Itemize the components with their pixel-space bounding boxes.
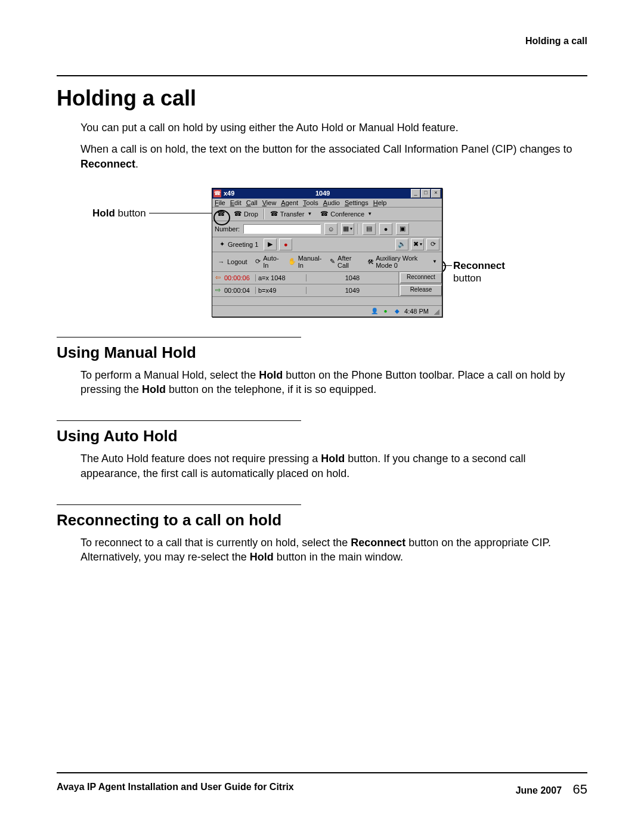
footer-date: June 2007 [516, 785, 562, 795]
ah-b: Hold [321, 453, 345, 465]
history-button[interactable]: ● [379, 223, 392, 235]
transfer-button[interactable]: ☎Transfer▼ [267, 209, 315, 219]
cip2-time: 00:00:04 [223, 287, 255, 294]
vol-button[interactable]: 🔊 [395, 239, 408, 250]
aftercall-icon: ✎ [329, 258, 336, 266]
dialpad-button[interactable]: ▦▾ [341, 223, 354, 235]
auxwork-dd-icon[interactable]: ▼ [431, 259, 437, 264]
logout-icon: → [217, 258, 225, 266]
cip1-number: 1048 [306, 274, 398, 281]
mute-dd-icon[interactable]: ▾ [419, 241, 422, 247]
mh-d: Hold [142, 383, 166, 395]
titlebar: ☎ x49 1049 _ □ × [212, 188, 442, 199]
menu-agent[interactable]: Agent [281, 199, 298, 206]
intro-2c: . [135, 158, 138, 170]
hold-button[interactable]: ☎ [214, 209, 228, 219]
manualin-label: Manual-In [298, 255, 322, 269]
callout-reconnect-rest: button [453, 272, 481, 284]
mh-a: To perform a Manual Hold, select the [80, 369, 259, 381]
conference-icon: ☎ [320, 210, 329, 218]
resize-grip[interactable] [432, 308, 439, 315]
menu-view[interactable]: View [262, 199, 277, 206]
play-button[interactable]: ▶ [264, 239, 277, 250]
rule-manual [57, 337, 301, 337]
intro-2a: When a call is on hold, the text on the … [80, 143, 572, 155]
aftercall-label: After Call [338, 255, 360, 269]
conference-dropdown-icon[interactable]: ▼ [366, 211, 372, 216]
rc-a: To reconnect to a call that is currently… [80, 537, 351, 549]
heading-reconnect: Reconnecting to a call on hold [57, 511, 587, 529]
maximize-button[interactable]: □ [421, 189, 431, 198]
menu-file[interactable]: File [215, 199, 225, 206]
menu-help[interactable]: Help [373, 199, 387, 206]
auxwork-button[interactable]: 🛠Auxiliary Work Mode 0▼ [365, 253, 439, 270]
menu-edit[interactable]: Edit [230, 199, 242, 206]
transfer-dropdown-icon[interactable]: ▼ [306, 211, 312, 216]
para-auto-hold: The Auto Hold feature does not require p… [80, 451, 587, 481]
title-center: 1049 [234, 190, 411, 197]
callout-hold: Hold button [92, 208, 146, 219]
menu-settings[interactable]: Settings [345, 199, 369, 206]
cip2-release-button[interactable]: Release [400, 285, 442, 296]
cip1-hold-icon: ⇦ [212, 274, 223, 281]
logout-button[interactable]: →Logout [215, 256, 250, 267]
logout-label: Logout [227, 258, 247, 265]
close-button[interactable]: × [431, 189, 441, 198]
minimize-button[interactable]: _ [411, 189, 420, 198]
app-icon: ☎ [213, 190, 221, 197]
blank-bar [212, 297, 442, 306]
status-net-icon: ◆ [393, 307, 401, 315]
cip1-reconnect-button[interactable]: Reconnect [400, 272, 442, 283]
number-row: Number: ☺ ▦▾ ▤ ● ▣ [212, 221, 442, 237]
drop-button[interactable]: ☎Drop [231, 209, 261, 219]
dialpad-dd-icon[interactable]: ▾ [349, 226, 352, 231]
rule-auto [57, 420, 301, 421]
mute-button[interactable]: ✖▾ [411, 239, 424, 250]
cip1-time: 00:00:06 [223, 274, 255, 281]
footer-title: Avaya IP Agent Installation and User Gui… [57, 782, 294, 797]
dialpad-icon: ▦ [343, 225, 349, 233]
cip-row-1: ⇦ 00:00:06 a=x 1048 1048 Reconnect [212, 272, 442, 284]
aftercall-button[interactable]: ✎After Call [326, 253, 362, 270]
running-head: Holding a call [57, 36, 587, 47]
refresh-button[interactable]: ⟳ [426, 239, 439, 250]
history-icon: ● [384, 225, 388, 233]
intro-para-1: You can put a call on hold by using eith… [80, 120, 587, 135]
cip1-info: a=x 1048 [255, 274, 306, 281]
app-window: ☎ x49 1049 _ □ × File Edit Call View Age… [212, 188, 442, 317]
manualin-button[interactable]: ✋Manual-In [286, 253, 324, 270]
play-icon: ▶ [268, 240, 273, 248]
greeting-label: Greeting 1 [228, 241, 258, 248]
number-input[interactable] [243, 224, 321, 234]
rule-reconnect [57, 504, 301, 505]
cip2-number: 1049 [306, 287, 398, 294]
directory-button[interactable]: ▤ [363, 223, 376, 235]
para-reconnect: To reconnect to a call that is currently… [80, 535, 587, 565]
callout-reconnect: Reconnect button [453, 259, 505, 285]
callout-hold-rest: button [115, 208, 146, 219]
manualin-icon: ✋ [288, 258, 296, 266]
greeting-select[interactable]: ✦Greeting 1 [215, 239, 261, 250]
conference-button[interactable]: ☎Conference▼ [317, 209, 375, 219]
callout-reconnect-bold: Reconnect [453, 260, 505, 271]
record-button[interactable]: ● [279, 239, 292, 250]
rc-b: Reconnect [351, 537, 405, 549]
menu-audio[interactable]: Audio [323, 199, 340, 206]
agent-toolbar: →Logout ⟳Auto-In ✋Manual-In ✎After Call … [212, 252, 442, 272]
cip2-info: b=x49 [255, 287, 306, 294]
intro-para-2: When a call is on hold, the text on the … [80, 142, 587, 171]
mh-b: Hold [259, 369, 283, 381]
misc-button[interactable]: ▣ [396, 223, 409, 235]
menu-call[interactable]: Call [246, 199, 258, 206]
intro-2b: Reconnect [80, 158, 135, 170]
cip2-active-icon: ⇨ [212, 286, 223, 294]
status-ready-icon: ● [382, 307, 389, 315]
menu-tools[interactable]: Tools [303, 199, 318, 206]
auxwork-icon: 🛠 [367, 258, 374, 266]
para-manual-hold: To perform a Manual Hold, select the Hol… [80, 368, 587, 397]
greeting-icon: ✦ [218, 240, 226, 249]
menubar: File Edit Call View Agent Tools Audio Se… [212, 199, 442, 208]
dial-button[interactable]: ☺ [324, 223, 338, 235]
autoin-button[interactable]: ⟳Auto-In [252, 253, 283, 270]
autoin-icon: ⟳ [255, 258, 262, 266]
